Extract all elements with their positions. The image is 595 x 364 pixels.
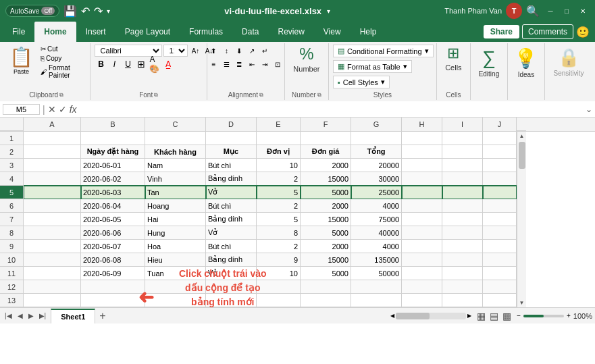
- hscroll-right-button[interactable]: ▶: [467, 313, 471, 319]
- row-header-9[interactable]: 9: [0, 240, 24, 253]
- cell-e11[interactable]: 10: [257, 267, 301, 280]
- cell-i10[interactable]: [442, 253, 483, 267]
- decrease-indent-button[interactable]: ⇤: [246, 58, 258, 70]
- cell-e10[interactable]: 9: [257, 253, 301, 267]
- vertical-scrollbar[interactable]: ▲ ▼: [517, 132, 526, 307]
- cell-i9[interactable]: [442, 240, 483, 253]
- hscroll-left-button[interactable]: ◀: [390, 313, 394, 319]
- cell-j2[interactable]: [483, 145, 517, 159]
- cell-j13[interactable]: [483, 294, 517, 307]
- cell-i12[interactable]: [442, 280, 483, 294]
- cell-b10[interactable]: 2020-06-08: [81, 253, 145, 267]
- cell-h5[interactable]: [402, 186, 442, 199]
- format-as-table-button[interactable]: ▦ Format as Table ▾: [333, 60, 412, 73]
- cell-e9[interactable]: 2: [257, 240, 301, 253]
- minimize-button[interactable]: ─: [544, 4, 557, 18]
- conditional-formatting-button[interactable]: ▤ Conditional Formatting ▾: [333, 45, 434, 57]
- scrollbar-thumb[interactable]: [519, 142, 525, 169]
- cell-f5[interactable]: 5000: [301, 186, 351, 199]
- row-header-5[interactable]: 5: [0, 186, 24, 199]
- close-button[interactable]: ✕: [576, 4, 590, 18]
- zoom-in-button[interactable]: +: [567, 312, 571, 319]
- cell-h6[interactable]: [402, 199, 442, 213]
- nav-prev-sheet[interactable]: ◀: [16, 311, 25, 321]
- save-icon[interactable]: 💾: [63, 5, 77, 18]
- cell-j9[interactable]: [483, 240, 517, 253]
- row-header-6[interactable]: 6: [0, 199, 24, 213]
- cell-d13[interactable]: [206, 294, 257, 307]
- cell-b7[interactable]: 2020-06-05: [81, 213, 145, 226]
- formula-bar-expand-icon[interactable]: ⌄: [586, 105, 592, 114]
- cell-g10[interactable]: 135000: [351, 253, 402, 267]
- cell-j7[interactable]: [483, 213, 517, 226]
- cell-e12[interactable]: [257, 280, 301, 294]
- cell-g13[interactable]: [351, 294, 402, 307]
- row-header-8[interactable]: 8: [0, 226, 24, 240]
- cell-f12[interactable]: [301, 280, 351, 294]
- col-header-f[interactable]: F: [301, 118, 351, 131]
- cell-a5[interactable]: [24, 186, 81, 199]
- editing-button[interactable]: ∑ Editing: [475, 45, 504, 80]
- cell-c13[interactable]: [145, 294, 206, 307]
- cell-d7[interactable]: Bảng dính: [206, 213, 257, 226]
- cell-d12[interactable]: [206, 280, 257, 294]
- cell-g11[interactable]: 50000: [351, 267, 402, 280]
- increase-font-button[interactable]: A↑: [189, 45, 201, 57]
- confirm-formula-icon[interactable]: ✓: [59, 104, 67, 115]
- cell-d9[interactable]: Bút chì: [206, 240, 257, 253]
- cell-a3[interactable]: [24, 159, 81, 172]
- feedback-icon[interactable]: 🙂: [576, 26, 590, 38]
- cell-e1[interactable]: [257, 132, 301, 145]
- cell-f6[interactable]: 2000: [301, 199, 351, 213]
- cell-b11[interactable]: 2020-06-09: [81, 267, 145, 280]
- cell-h2[interactable]: [402, 145, 442, 159]
- row-header-12[interactable]: 12: [0, 280, 24, 294]
- tab-review[interactable]: Review: [268, 22, 313, 42]
- cell-a13[interactable]: [24, 294, 81, 307]
- align-top-button[interactable]: ⬆: [207, 45, 219, 57]
- cell-d4[interactable]: Bảng dính: [206, 172, 257, 186]
- cell-h4[interactable]: [402, 172, 442, 186]
- align-left-button[interactable]: ≡: [207, 58, 219, 70]
- cell-a10[interactable]: [24, 253, 81, 267]
- cell-b2[interactable]: Ngày đặt hàng: [81, 145, 145, 159]
- nav-last-sheet[interactable]: ▶|: [37, 311, 49, 321]
- col-header-h[interactable]: H: [402, 118, 442, 131]
- redo-icon[interactable]: ↷: [94, 5, 103, 18]
- cell-i2[interactable]: [442, 145, 483, 159]
- cell-j10[interactable]: [483, 253, 517, 267]
- cell-e5[interactable]: 5: [257, 186, 301, 199]
- row-header-3[interactable]: 3: [0, 159, 24, 172]
- insert-function-icon[interactable]: fx: [70, 104, 77, 115]
- cell-g5[interactable]: 25000: [351, 186, 402, 199]
- cell-g4[interactable]: 30000: [351, 172, 402, 186]
- increase-indent-button[interactable]: ⇥: [259, 58, 271, 70]
- cell-d3[interactable]: Bút chì: [206, 159, 257, 172]
- align-center-button[interactable]: ☰: [220, 58, 232, 70]
- cell-h11[interactable]: [402, 267, 442, 280]
- cell-g9[interactable]: 4000: [351, 240, 402, 253]
- cell-a11[interactable]: [24, 267, 81, 280]
- scroll-down-button[interactable]: ▼: [518, 298, 526, 307]
- cell-g1[interactable]: [351, 132, 402, 145]
- cell-a4[interactable]: [24, 172, 81, 186]
- col-header-c[interactable]: C: [145, 118, 206, 131]
- cell-b8[interactable]: 2020-06-06: [81, 226, 145, 240]
- cell-j11[interactable]: [483, 267, 517, 280]
- hscrollbar-thumb[interactable]: [396, 313, 430, 319]
- tab-view[interactable]: View: [314, 22, 351, 42]
- cell-j12[interactable]: [483, 280, 517, 294]
- cell-c5[interactable]: Tan: [145, 186, 206, 199]
- cell-h3[interactable]: [402, 159, 442, 172]
- cell-g8[interactable]: 40000: [351, 226, 402, 240]
- alignment-expand-icon[interactable]: ⧉: [259, 92, 263, 99]
- cell-d8[interactable]: Vở: [206, 226, 257, 240]
- col-header-d[interactable]: D: [206, 118, 257, 131]
- cell-f9[interactable]: 2000: [301, 240, 351, 253]
- wrap-text-button[interactable]: ↵: [259, 45, 271, 57]
- zoom-slider[interactable]: [523, 315, 564, 317]
- share-button[interactable]: Share: [484, 25, 519, 38]
- col-header-j[interactable]: J: [483, 118, 517, 131]
- row-header-13[interactable]: 13: [0, 294, 24, 307]
- cell-c12[interactable]: [145, 280, 206, 294]
